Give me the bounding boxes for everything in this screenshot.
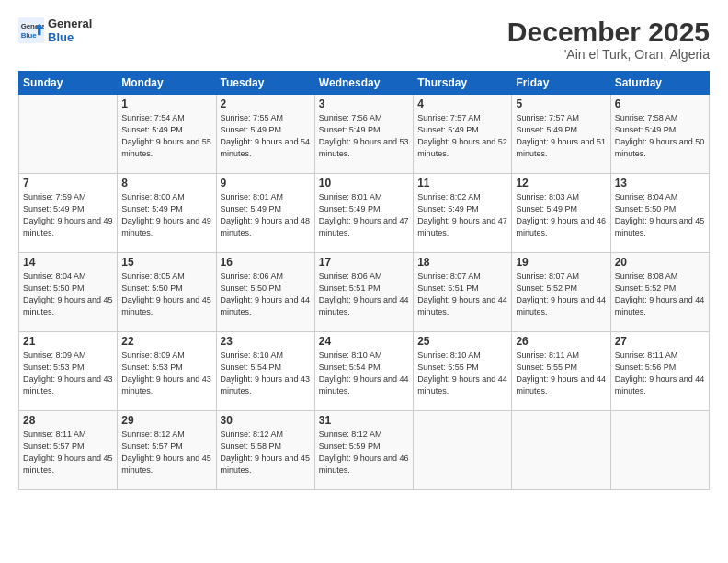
calendar-week-3: 14Sunrise: 8:04 AMSunset: 5:50 PMDayligh…: [19, 253, 710, 332]
day-number: 8: [121, 177, 211, 190]
day-number: 31: [319, 414, 409, 427]
header-thursday: Thursday: [414, 72, 512, 95]
calendar-cell: 6Sunrise: 7:58 AMSunset: 5:49 PMDaylight…: [610, 95, 709, 174]
calendar-cell: 13Sunrise: 8:04 AMSunset: 5:50 PMDayligh…: [610, 174, 709, 253]
calendar-cell: 21Sunrise: 8:09 AMSunset: 5:53 PMDayligh…: [19, 332, 118, 411]
day-number: 3: [319, 98, 409, 110]
calendar-cell: 8Sunrise: 8:00 AMSunset: 5:49 PMDaylight…: [118, 174, 216, 253]
day-number: 7: [23, 177, 113, 190]
calendar-cell: [512, 411, 610, 490]
title-block: December 2025 'Ain el Turk, Oran, Algeri…: [507, 17, 710, 62]
calendar-cell: 2Sunrise: 7:55 AMSunset: 5:49 PMDaylight…: [216, 95, 314, 174]
day-number: 5: [516, 98, 606, 110]
header: General Blue General Blue December 2025 …: [18, 17, 710, 62]
day-number: 11: [417, 177, 507, 190]
day-detail: Sunrise: 8:07 AMSunset: 5:52 PMDaylight:…: [516, 270, 606, 318]
day-number: 19: [516, 256, 606, 269]
calendar-cell: 7Sunrise: 7:59 AMSunset: 5:49 PMDaylight…: [19, 174, 118, 253]
calendar-cell: 11Sunrise: 8:02 AMSunset: 5:49 PMDayligh…: [414, 174, 512, 253]
day-detail: Sunrise: 8:07 AMSunset: 5:51 PMDaylight:…: [417, 270, 507, 318]
logo-text: General Blue: [48, 17, 92, 44]
day-detail: Sunrise: 8:11 AMSunset: 5:57 PMDaylight:…: [23, 429, 113, 477]
logo: General Blue General Blue: [18, 17, 92, 44]
calendar-week-2: 7Sunrise: 7:59 AMSunset: 5:49 PMDaylight…: [19, 174, 710, 253]
day-detail: Sunrise: 7:57 AMSunset: 5:49 PMDaylight:…: [516, 112, 606, 160]
day-number: 27: [615, 335, 705, 348]
day-number: 29: [121, 414, 211, 427]
month-title: December 2025: [507, 17, 710, 47]
day-detail: Sunrise: 8:12 AMSunset: 5:59 PMDaylight:…: [319, 429, 409, 477]
day-number: 23: [221, 335, 311, 348]
header-monday: Monday: [118, 72, 216, 95]
day-detail: Sunrise: 8:12 AMSunset: 5:58 PMDaylight:…: [221, 429, 311, 477]
calendar-cell: [414, 411, 512, 490]
calendar-cell: [19, 95, 118, 174]
logo-line1: General: [48, 17, 92, 30]
calendar-cell: 23Sunrise: 8:10 AMSunset: 5:54 PMDayligh…: [216, 332, 314, 411]
day-detail: Sunrise: 7:55 AMSunset: 5:49 PMDaylight:…: [221, 112, 311, 160]
calendar-header: Sunday Monday Tuesday Wednesday Thursday…: [19, 72, 710, 95]
day-detail: Sunrise: 8:05 AMSunset: 5:50 PMDaylight:…: [121, 270, 211, 318]
day-detail: Sunrise: 8:06 AMSunset: 5:50 PMDaylight:…: [221, 270, 311, 318]
day-detail: Sunrise: 8:11 AMSunset: 5:56 PMDaylight:…: [615, 350, 705, 397]
calendar-cell: 26Sunrise: 8:11 AMSunset: 5:55 PMDayligh…: [512, 332, 610, 411]
calendar-cell: 20Sunrise: 8:08 AMSunset: 5:52 PMDayligh…: [610, 253, 709, 332]
calendar-cell: 3Sunrise: 7:56 AMSunset: 5:49 PMDaylight…: [314, 95, 413, 174]
calendar-cell: 12Sunrise: 8:03 AMSunset: 5:49 PMDayligh…: [512, 174, 610, 253]
day-detail: Sunrise: 8:12 AMSunset: 5:57 PMDaylight:…: [121, 429, 211, 477]
day-detail: Sunrise: 8:00 AMSunset: 5:49 PMDaylight:…: [121, 191, 211, 239]
day-number: 24: [319, 335, 409, 348]
day-detail: Sunrise: 7:57 AMSunset: 5:49 PMDaylight:…: [417, 112, 507, 160]
day-detail: Sunrise: 8:03 AMSunset: 5:49 PMDaylight:…: [516, 191, 606, 239]
day-detail: Sunrise: 7:58 AMSunset: 5:49 PMDaylight:…: [615, 112, 705, 160]
calendar-cell: 5Sunrise: 7:57 AMSunset: 5:49 PMDaylight…: [512, 95, 610, 174]
calendar-cell: 30Sunrise: 8:12 AMSunset: 5:58 PMDayligh…: [216, 411, 314, 490]
day-detail: Sunrise: 7:59 AMSunset: 5:49 PMDaylight:…: [23, 191, 113, 239]
calendar-cell: [610, 411, 709, 490]
day-number: 28: [23, 414, 113, 427]
day-number: 1: [121, 98, 211, 110]
day-detail: Sunrise: 8:01 AMSunset: 5:49 PMDaylight:…: [319, 191, 409, 239]
calendar-week-1: 1Sunrise: 7:54 AMSunset: 5:49 PMDaylight…: [19, 95, 710, 174]
calendar-week-5: 28Sunrise: 8:11 AMSunset: 5:57 PMDayligh…: [19, 411, 710, 490]
header-saturday: Saturday: [610, 72, 709, 95]
calendar-cell: 17Sunrise: 8:06 AMSunset: 5:51 PMDayligh…: [314, 253, 413, 332]
day-detail: Sunrise: 8:01 AMSunset: 5:49 PMDaylight:…: [221, 191, 311, 239]
day-number: 18: [417, 256, 507, 269]
calendar-page: General Blue General Blue December 2025 …: [0, 0, 728, 563]
calendar-cell: 14Sunrise: 8:04 AMSunset: 5:50 PMDayligh…: [19, 253, 118, 332]
day-detail: Sunrise: 8:09 AMSunset: 5:53 PMDaylight:…: [121, 350, 211, 397]
header-friday: Friday: [512, 72, 610, 95]
calendar-cell: 19Sunrise: 8:07 AMSunset: 5:52 PMDayligh…: [512, 253, 610, 332]
day-number: 6: [615, 98, 705, 110]
day-detail: Sunrise: 8:04 AMSunset: 5:50 PMDaylight:…: [615, 191, 705, 239]
calendar-cell: 16Sunrise: 8:06 AMSunset: 5:50 PMDayligh…: [216, 253, 314, 332]
day-number: 14: [23, 256, 113, 269]
day-detail: Sunrise: 7:54 AMSunset: 5:49 PMDaylight:…: [121, 112, 211, 160]
calendar-cell: 4Sunrise: 7:57 AMSunset: 5:49 PMDaylight…: [414, 95, 512, 174]
day-number: 12: [516, 177, 606, 190]
header-row: Sunday Monday Tuesday Wednesday Thursday…: [19, 72, 710, 95]
day-number: 15: [121, 256, 211, 269]
calendar-cell: 25Sunrise: 8:10 AMSunset: 5:55 PMDayligh…: [414, 332, 512, 411]
calendar-cell: 1Sunrise: 7:54 AMSunset: 5:49 PMDaylight…: [118, 95, 216, 174]
day-number: 16: [221, 256, 311, 269]
day-detail: Sunrise: 8:02 AMSunset: 5:49 PMDaylight:…: [417, 191, 507, 239]
day-number: 17: [319, 256, 409, 269]
day-number: 26: [516, 335, 606, 348]
day-detail: Sunrise: 8:11 AMSunset: 5:55 PMDaylight:…: [516, 350, 606, 397]
day-number: 22: [121, 335, 211, 348]
day-number: 2: [221, 98, 311, 110]
calendar-body: 1Sunrise: 7:54 AMSunset: 5:49 PMDaylight…: [19, 95, 710, 490]
location-subtitle: 'Ain el Turk, Oran, Algeria: [507, 47, 710, 62]
day-detail: Sunrise: 8:06 AMSunset: 5:51 PMDaylight:…: [319, 270, 409, 318]
day-detail: Sunrise: 8:10 AMSunset: 5:55 PMDaylight:…: [417, 350, 507, 397]
header-tuesday: Tuesday: [216, 72, 314, 95]
calendar-cell: 9Sunrise: 8:01 AMSunset: 5:49 PMDaylight…: [216, 174, 314, 253]
day-number: 30: [221, 414, 311, 427]
day-number: 20: [615, 256, 705, 269]
day-number: 13: [615, 177, 705, 190]
day-detail: Sunrise: 8:08 AMSunset: 5:52 PMDaylight:…: [615, 270, 705, 318]
day-number: 21: [23, 335, 113, 348]
logo-icon: General Blue: [18, 17, 44, 43]
